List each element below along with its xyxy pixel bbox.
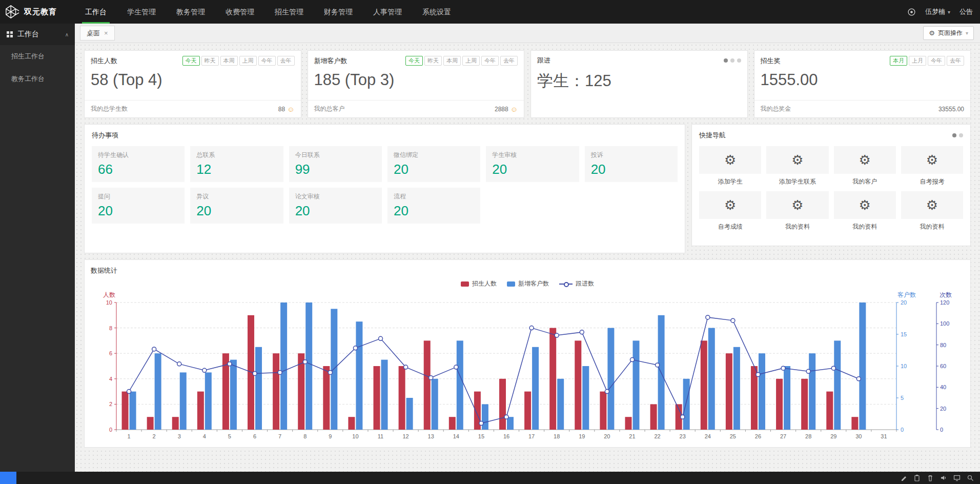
clipboard-icon[interactable] xyxy=(913,474,921,481)
support-icon[interactable] xyxy=(907,8,916,16)
bar-new-customers[interactable] xyxy=(155,353,161,430)
line-marker[interactable] xyxy=(429,376,433,380)
sidebar-item-admission-workbench[interactable]: 招生工作台 xyxy=(0,45,75,68)
bar-enrollment[interactable] xyxy=(172,417,179,430)
bar-new-customers[interactable] xyxy=(482,404,488,430)
filter-pill[interactable]: 今年 xyxy=(928,56,945,66)
quicknav-add-student-contact[interactable]: ⚙添加学生联系 xyxy=(766,146,828,186)
bar-enrollment[interactable] xyxy=(122,392,129,430)
topnav-item-student-management[interactable]: 学生管理 xyxy=(117,0,166,24)
bar-enrollment[interactable] xyxy=(147,417,154,430)
filter-pill[interactable]: 上周 xyxy=(462,56,480,66)
pencil-icon[interactable] xyxy=(900,474,907,481)
filter-pill[interactable]: 本月 xyxy=(890,56,907,66)
line-marker[interactable] xyxy=(379,336,383,340)
carousel-dot[interactable] xyxy=(959,133,963,137)
line-marker[interactable] xyxy=(152,347,156,351)
quicknav-my-profile-2[interactable]: ⚙我的资料 xyxy=(834,191,896,231)
todo-item-wechat-binding[interactable]: 微信绑定20 xyxy=(387,146,480,182)
filter-pill[interactable]: 去年 xyxy=(500,56,518,66)
todo-item-questions[interactable]: 提问20 xyxy=(92,188,185,224)
announcement-link[interactable]: 公告 xyxy=(959,7,973,16)
filter-pill[interactable]: 昨天 xyxy=(201,56,219,66)
carousel-dot[interactable] xyxy=(952,133,956,137)
filter-pill[interactable]: 本周 xyxy=(443,56,461,66)
bar-enrollment[interactable] xyxy=(499,379,506,430)
line-marker[interactable] xyxy=(856,377,861,381)
line-marker[interactable] xyxy=(630,358,634,362)
line-marker[interactable] xyxy=(806,369,810,373)
todo-item-complaints[interactable]: 投诉20 xyxy=(585,146,678,182)
bar-enrollment[interactable] xyxy=(524,392,531,430)
filter-pill[interactable]: 去年 xyxy=(277,56,295,66)
topnav-item-fee-management[interactable]: 收费管理 xyxy=(215,0,264,24)
bar-new-customers[interactable] xyxy=(457,340,463,430)
carousel-dot[interactable] xyxy=(724,58,728,63)
user-menu[interactable]: 伍梦楠 ▾ xyxy=(925,7,950,16)
bar-new-customers[interactable] xyxy=(255,347,262,430)
bar-new-customers[interactable] xyxy=(834,340,841,430)
bar-new-customers[interactable] xyxy=(532,347,539,430)
topnav-item-system-settings[interactable]: 系统设置 xyxy=(412,0,461,24)
todo-item-objections[interactable]: 异议20 xyxy=(190,188,283,224)
bar-enrollment[interactable] xyxy=(801,379,808,430)
quicknav-self-exam-registration[interactable]: ⚙自考报考 xyxy=(901,146,963,186)
bar-enrollment[interactable] xyxy=(273,353,279,430)
line-marker[interactable] xyxy=(555,333,559,337)
bar-enrollment[interactable] xyxy=(726,353,732,430)
line-marker[interactable] xyxy=(202,368,207,372)
legend-enrollment[interactable]: 招生人数 xyxy=(461,279,497,288)
bar-enrollment[interactable] xyxy=(826,392,833,430)
sidebar-item-academic-workbench[interactable]: 教务工作台 xyxy=(0,68,75,90)
todo-item-thesis-review[interactable]: 论文审核20 xyxy=(289,188,382,224)
line-marker[interactable] xyxy=(479,421,483,426)
bar-new-customers[interactable] xyxy=(557,379,564,430)
trash-icon[interactable] xyxy=(927,474,934,481)
bar-new-customers[interactable] xyxy=(180,372,187,430)
bar-enrollment[interactable] xyxy=(549,328,556,430)
bar-new-customers[interactable] xyxy=(809,353,815,430)
bar-new-customers[interactable] xyxy=(582,366,589,430)
quicknav-add-student[interactable]: ⚙添加学生 xyxy=(699,146,761,186)
tab-desktop[interactable]: 桌面 × xyxy=(80,26,115,41)
todo-item-total-contacts[interactable]: 总联系12 xyxy=(190,146,283,182)
line-marker[interactable] xyxy=(731,318,735,322)
bar-new-customers[interactable] xyxy=(432,379,438,430)
line-marker[interactable] xyxy=(177,362,181,366)
filter-pill[interactable]: 上月 xyxy=(909,56,926,66)
bar-new-customers[interactable] xyxy=(280,302,287,430)
line-marker[interactable] xyxy=(454,365,458,369)
topnav-item-admission-management[interactable]: 招生管理 xyxy=(264,0,314,24)
quicknav-my-profile-3[interactable]: ⚙我的资料 xyxy=(901,191,963,231)
search-icon[interactable] xyxy=(967,474,974,481)
line-marker[interactable] xyxy=(303,360,307,364)
line-marker[interactable] xyxy=(529,326,534,330)
page-actions-button[interactable]: ⚙ 页面操作 ▾ xyxy=(923,26,974,40)
bar-new-customers[interactable] xyxy=(130,392,136,430)
line-marker[interactable] xyxy=(278,370,282,374)
todo-item-today-contacts[interactable]: 今日联系99 xyxy=(289,146,382,182)
speaker-icon[interactable] xyxy=(940,474,947,481)
todo-item-process[interactable]: 流程20 xyxy=(387,188,480,224)
bar-new-customers[interactable] xyxy=(683,379,690,430)
bar-enrollment[interactable] xyxy=(625,417,631,430)
topnav-item-academic-management[interactable]: 教务管理 xyxy=(166,0,215,24)
bar-enrollment[interactable] xyxy=(851,417,858,430)
todo-item-student-review[interactable]: 学生审核20 xyxy=(486,146,579,182)
line-marker[interactable] xyxy=(253,371,257,375)
filter-pill[interactable]: 昨天 xyxy=(424,56,442,66)
taskbar-blue-widget[interactable] xyxy=(0,472,16,484)
line-marker[interactable] xyxy=(605,390,609,394)
filter-pill[interactable]: 今年 xyxy=(481,56,499,66)
line-marker[interactable] xyxy=(681,415,685,419)
topnav-item-workbench[interactable]: 工作台 xyxy=(75,0,117,24)
bar-new-customers[interactable] xyxy=(632,340,639,430)
filter-pill[interactable]: 今天 xyxy=(182,56,200,66)
bar-enrollment[interactable] xyxy=(197,392,204,430)
line-marker[interactable] xyxy=(706,315,710,319)
bar-enrollment[interactable] xyxy=(323,366,330,430)
bar-enrollment[interactable] xyxy=(348,417,355,430)
line-marker[interactable] xyxy=(127,390,131,394)
quicknav-my-customers[interactable]: ⚙我的客户 xyxy=(834,146,896,186)
line-marker[interactable] xyxy=(831,366,835,370)
